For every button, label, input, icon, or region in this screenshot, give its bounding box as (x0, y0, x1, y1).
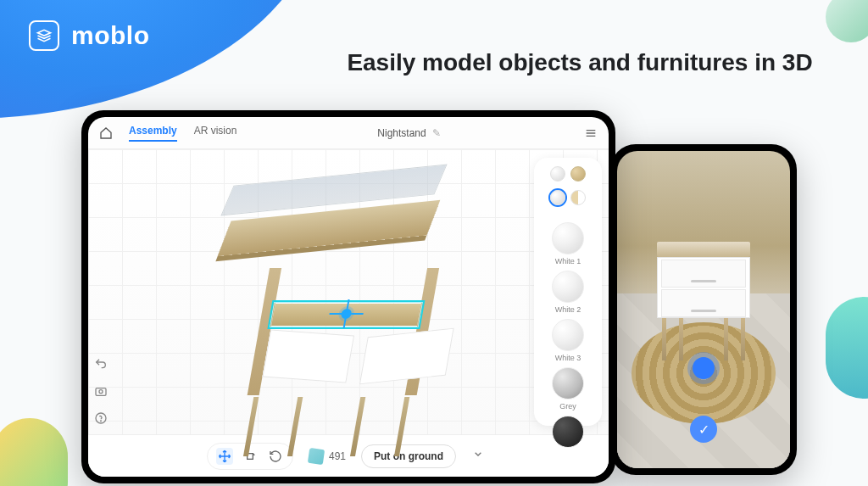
move-tool[interactable] (216, 448, 233, 465)
decor-blob-bottom-left (0, 418, 68, 486)
swatch-grey[interactable]: Grey (552, 367, 584, 411)
swatch-label: White 2 (555, 305, 581, 314)
pencil-icon: ✎ (432, 127, 441, 139)
ar-viewport[interactable]: ✓ (617, 151, 790, 468)
tab-ar-vision[interactable]: AR vision (194, 125, 237, 142)
material-tab-solid[interactable] (550, 166, 565, 182)
brand-logo-icon (29, 20, 59, 51)
swatch-white-2[interactable]: White 2 (552, 271, 584, 314)
material-tab-wood[interactable] (570, 166, 586, 182)
ar-confirm-button[interactable]: ✓ (690, 416, 717, 443)
svg-rect-3 (96, 388, 106, 396)
drawer-right-part[interactable] (359, 328, 454, 385)
headline: Easily model objects and furnitures in 3… (342, 49, 817, 76)
swatch-label: Grey (559, 402, 576, 411)
materials-panel: White 1 White 2 White 3 Grey (534, 158, 602, 426)
home-button[interactable] (97, 124, 115, 142)
swatch-label: White 3 (555, 354, 581, 362)
cube-icon (308, 447, 325, 464)
drawer-left-part[interactable] (262, 330, 354, 383)
help-button[interactable] (93, 411, 108, 426)
editor-topbar: Assembly AR vision Nightstand ✎ (88, 117, 609, 149)
svg-point-6 (101, 421, 102, 422)
swatch-label: White 1 (555, 257, 581, 265)
material-variant-b[interactable] (570, 190, 586, 205)
swatch-white-3[interactable]: White 3 (552, 319, 584, 362)
chevron-down-icon[interactable] (471, 447, 490, 466)
part-count-value: 491 (329, 450, 346, 462)
undo-button[interactable] (93, 356, 108, 371)
3d-viewport[interactable] (88, 149, 609, 434)
svg-point-4 (99, 390, 103, 394)
brand: moblo (29, 20, 150, 51)
editor-workspace: White 1 White 2 White 3 Grey (88, 149, 609, 434)
camera-button[interactable] (93, 383, 108, 399)
decor-blob-top-right (826, 0, 868, 42)
phone-device: ✓ (610, 144, 797, 475)
tab-assembly[interactable]: Assembly (129, 125, 177, 142)
hamburger-menu-button[interactable] (581, 124, 600, 142)
editor-screen: Assembly AR vision Nightstand ✎ (88, 117, 609, 477)
tablet-device: Assembly AR vision Nightstand ✎ (81, 110, 615, 483)
put-on-ground-button[interactable]: Put on ground (361, 444, 456, 468)
part-counter[interactable]: 491 (309, 449, 346, 464)
decor-blob-right (826, 297, 868, 399)
frame-part[interactable] (246, 268, 439, 404)
swatch-dark[interactable] (552, 416, 584, 448)
ar-nightstand[interactable] (657, 242, 750, 360)
document-title[interactable]: Nightstand ✎ (245, 127, 573, 139)
document-title-text: Nightstand (377, 127, 426, 139)
material-variant-a[interactable] (550, 190, 565, 205)
ar-placement-marker[interactable] (693, 357, 715, 379)
brand-name: moblo (71, 21, 150, 50)
brand-blob (0, 0, 322, 119)
mode-tabs: Assembly AR vision (129, 125, 236, 142)
editor-bottombar: 491 Put on ground (88, 434, 609, 477)
left-tool-rail (93, 356, 108, 426)
reset-tool[interactable] (267, 448, 284, 465)
swatch-white-1[interactable]: White 1 (552, 222, 584, 265)
nightstand-model[interactable] (198, 175, 470, 429)
